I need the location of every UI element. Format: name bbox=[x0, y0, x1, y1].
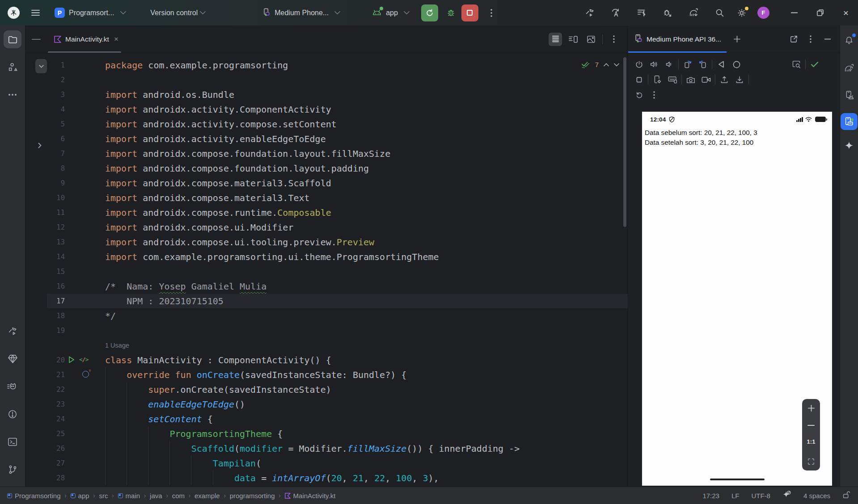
code-line[interactable]: 13import androidx.compose.ui.tooling.pre… bbox=[47, 235, 628, 249]
gradle-button[interactable] bbox=[841, 60, 857, 75]
zoom-level[interactable]: 1:1 bbox=[807, 438, 816, 445]
code-line[interactable]: 26 Scaffold(modifier = Modifier.fillMaxS… bbox=[47, 441, 628, 456]
breadcrumb-item[interactable]: app bbox=[71, 492, 89, 500]
sidebar-item-version-control[interactable] bbox=[4, 461, 21, 479]
code-line[interactable]: 22 super.onCreate(savedInstanceState) bbox=[47, 382, 628, 397]
code-line[interactable]: 14import com.example.programsorting.ui.t… bbox=[47, 249, 628, 264]
gradle-sync-icon[interactable] bbox=[687, 6, 700, 20]
record-video-icon[interactable] bbox=[700, 73, 712, 86]
device-manager-button[interactable] bbox=[841, 88, 857, 103]
code-line[interactable]: 23 enableEdgeToEdge() bbox=[47, 397, 628, 412]
device-tab[interactable]: Medium Phone API 36... bbox=[628, 25, 727, 53]
close-tab-icon[interactable]: × bbox=[114, 35, 118, 43]
editor-tab-mainactivity[interactable]: MainActivity.kt × bbox=[47, 25, 124, 53]
sidebar-item-more[interactable] bbox=[4, 86, 21, 104]
restore-icon[interactable] bbox=[813, 6, 827, 20]
code-line[interactable]: 15 bbox=[47, 264, 628, 279]
run-config-selector[interactable]: app bbox=[372, 8, 409, 18]
code-line[interactable]: 5import androidx.activity.compose.setCon… bbox=[47, 117, 628, 131]
gemini-button[interactable] bbox=[841, 138, 857, 153]
open-in-window-icon[interactable] bbox=[787, 33, 800, 46]
next-problem-icon[interactable] bbox=[614, 60, 619, 68]
code-line[interactable]: 24 setContent { bbox=[47, 412, 628, 426]
file-encoding[interactable]: UTF-8 bbox=[751, 492, 770, 500]
sidebar-item-project[interactable] bbox=[4, 30, 21, 48]
fit-to-screen-icon[interactable] bbox=[807, 458, 815, 465]
splitter-handle[interactable] bbox=[32, 39, 41, 40]
code-line[interactable]: 16/* Nama: Yosep Gamaliel Mulia bbox=[47, 279, 628, 294]
breadcrumb-item[interactable]: java bbox=[150, 492, 162, 500]
search-icon[interactable] bbox=[713, 6, 726, 20]
code-line[interactable]: 18*/ bbox=[47, 308, 628, 323]
indent-config[interactable]: 4 spaces bbox=[803, 492, 830, 500]
code-line[interactable]: 11import androidx.compose.runtime.Compos… bbox=[47, 205, 628, 220]
profiler-icon[interactable] bbox=[635, 6, 648, 20]
sidebar-item-app-quality-insights[interactable] bbox=[4, 350, 21, 368]
device-ok-check-icon[interactable] bbox=[808, 58, 821, 71]
more-vertical-icon[interactable] bbox=[648, 88, 660, 101]
emulator-screen[interactable]: 12:04 Data sebelum sort: 20, 21, 22, 100… bbox=[642, 112, 832, 486]
debug-bug-icon[interactable] bbox=[444, 6, 458, 20]
breadcrumb[interactable]: Programsorting›app›src›main›java›com›exa… bbox=[7, 492, 335, 500]
code-line[interactable]: 19 bbox=[47, 323, 628, 338]
sidebar-item-structure[interactable] bbox=[4, 58, 21, 76]
code-line[interactable]: 28 data = intArrayOf(20, 21, 22, 100, 3)… bbox=[47, 470, 628, 485]
lock-open-icon[interactable] bbox=[842, 491, 850, 500]
sidebar-item-problems[interactable] bbox=[4, 405, 21, 423]
split-view-toggle[interactable] bbox=[566, 33, 580, 46]
virtual-keyboard-icon[interactable] bbox=[666, 73, 679, 86]
hide-panel-icon[interactable] bbox=[821, 33, 834, 46]
breadcrumb-item[interactable]: example bbox=[194, 492, 220, 500]
phone-nav-handle[interactable] bbox=[710, 479, 765, 480]
breadcrumb-item[interactable]: src bbox=[99, 492, 108, 500]
more-vertical-icon[interactable] bbox=[607, 33, 621, 46]
home-icon[interactable] bbox=[730, 58, 743, 71]
more-vertical-icon[interactable] bbox=[804, 33, 817, 46]
expand-project-panel-icon[interactable] bbox=[38, 142, 42, 150]
user-avatar[interactable]: F bbox=[757, 7, 769, 19]
prev-problem-icon[interactable] bbox=[604, 60, 609, 68]
project-selector[interactable]: P Programsort... bbox=[55, 8, 125, 18]
snapshot-restore-icon[interactable] bbox=[633, 88, 645, 101]
code-line[interactable]: 1package com.example.programsorting bbox=[47, 58, 628, 72]
code-line[interactable]: 6import androidx.activity.enableEdgeToEd… bbox=[47, 131, 628, 146]
device-selector[interactable]: Medium Phone... bbox=[262, 8, 339, 18]
sidebar-item-logcat[interactable] bbox=[4, 378, 21, 395]
zoom-out-icon[interactable] bbox=[807, 425, 815, 426]
code-line[interactable]: 17 NPM : 202310715105 bbox=[47, 294, 628, 308]
notifications-button[interactable] bbox=[841, 33, 857, 48]
sidebar-item-build[interactable] bbox=[4, 322, 21, 340]
breadcrumb-item[interactable]: main bbox=[118, 492, 140, 500]
code-line[interactable]: 20</>class MainActivity : ComponentActiv… bbox=[47, 353, 628, 367]
code-line[interactable]: 3import android.os.Bundle bbox=[47, 87, 628, 102]
attach-debugger-icon[interactable] bbox=[661, 6, 674, 20]
inlay-hint[interactable]: 1 Usage bbox=[47, 338, 628, 353]
gutter-chevron-down-button[interactable] bbox=[35, 59, 47, 73]
line-ending[interactable]: LF bbox=[731, 492, 740, 500]
code-line[interactable]: 25 ProgramsortingTheme { bbox=[47, 426, 628, 441]
code-line[interactable]: 4import androidx.activity.ComponentActiv… bbox=[47, 102, 628, 117]
sidebar-item-terminal[interactable] bbox=[4, 433, 21, 451]
rotate-right-icon[interactable] bbox=[697, 58, 709, 71]
build-hammer-icon[interactable] bbox=[583, 6, 596, 20]
back-icon[interactable] bbox=[715, 58, 727, 71]
code-lines[interactable]: 1package com.example.programsorting23imp… bbox=[47, 53, 628, 487]
ai-assistant-off-icon[interactable] bbox=[782, 491, 791, 500]
settings-gear-icon[interactable] bbox=[735, 6, 748, 20]
rotate-left-icon[interactable] bbox=[681, 58, 694, 71]
hamburger-menu-icon[interactable] bbox=[29, 6, 42, 20]
rerun-button[interactable] bbox=[421, 4, 438, 21]
code-line[interactable]: 7import androidx.compose.foundation.layo… bbox=[47, 146, 628, 161]
code-line[interactable]: 9import androidx.compose.material3.Scaff… bbox=[47, 176, 628, 190]
overview-icon[interactable] bbox=[633, 73, 645, 86]
design-view-toggle[interactable] bbox=[584, 33, 598, 46]
code-line[interactable]: 12import androidx.compose.ui.Modifier bbox=[47, 220, 628, 235]
zoom-in-icon[interactable] bbox=[807, 404, 815, 412]
caret-position[interactable]: 17:23 bbox=[702, 492, 719, 500]
camera-icon[interactable] bbox=[685, 73, 697, 86]
apply-changes-icon[interactable] bbox=[609, 6, 622, 20]
download-file-icon[interactable] bbox=[733, 73, 746, 86]
close-icon[interactable]: × bbox=[839, 6, 853, 20]
editor-scrollbar[interactable] bbox=[623, 57, 626, 227]
breadcrumb-item[interactable]: MainActivity.kt bbox=[285, 492, 336, 500]
